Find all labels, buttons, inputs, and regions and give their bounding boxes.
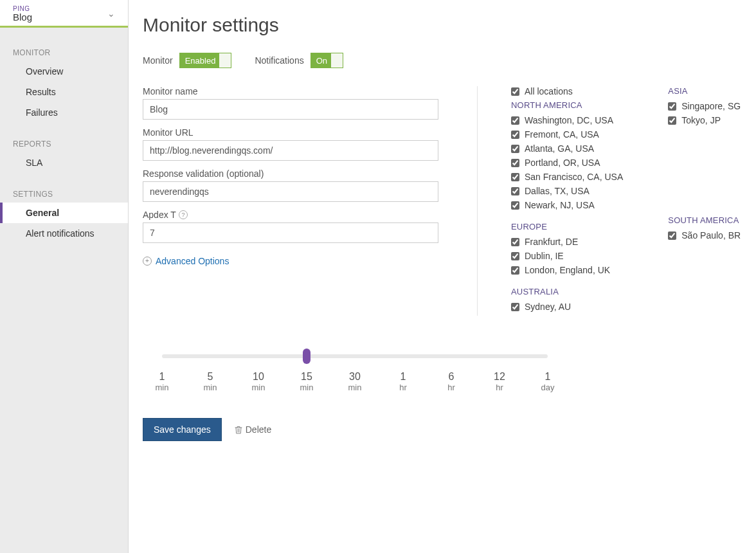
location-row: Dublin, IE	[511, 251, 623, 261]
tick-number: 12	[480, 371, 519, 383]
location-label: Portland, OR, USA	[525, 158, 600, 168]
sidebar-nav: MONITOROverviewResultsFailuresREPORTSSLA…	[0, 28, 128, 244]
region-heading: AUSTRALIA	[511, 287, 623, 296]
location-checkbox[interactable]	[668, 102, 676, 111]
monitor-name-label: Blog	[13, 12, 32, 22]
sidebar-item-sla[interactable]: SLA	[0, 152, 128, 173]
all-locations-label: All locations	[525, 86, 573, 96]
location-label: Newark, NJ, USA	[525, 200, 595, 210]
sidebar-item-failures[interactable]: Failures	[0, 102, 128, 123]
frequency-tick-labels: 1min5min10min15min30min1hr6hr12hr1day	[143, 371, 567, 392]
sidebar: PING Blog ⌄ MONITOROverviewResultsFailur…	[0, 0, 129, 553]
tick-number: 6	[432, 371, 471, 383]
location-checkbox[interactable]	[511, 173, 519, 181]
slider-tick[interactable]: 6hr	[432, 371, 471, 392]
slider-tick[interactable]: 12hr	[480, 371, 519, 392]
monitor-toggle-text: Enabled	[180, 54, 220, 68]
sidebar-item-overview[interactable]: Overview	[0, 61, 128, 82]
form-left: Monitor name Monitor URL Response valida…	[143, 86, 438, 316]
monitor-selector[interactable]: PING Blog ⌄	[0, 0, 128, 28]
frequency-slider-handle[interactable]	[303, 349, 310, 364]
tick-unit: min	[287, 383, 326, 392]
sidebar-item-general[interactable]: General	[0, 203, 128, 223]
monitor-url-input[interactable]	[143, 140, 438, 161]
response-validation-label: Response validation (optional)	[143, 168, 438, 179]
advanced-options-label: Advanced Options	[156, 256, 229, 266]
slider-tick[interactable]: 15min	[287, 371, 326, 392]
response-validation-input[interactable]	[143, 181, 438, 202]
location-checkbox[interactable]	[511, 252, 519, 260]
monitor-name-label: Monitor name	[143, 86, 438, 96]
slider-tick[interactable]: 1hr	[384, 371, 422, 392]
region-heading: ASIA	[668, 86, 741, 96]
slider-tick[interactable]: 1day	[528, 371, 567, 392]
location-row: Singapore, SG	[668, 101, 741, 111]
apdex-t-input[interactable]	[143, 222, 438, 243]
sidebar-item-results[interactable]: Results	[0, 82, 128, 102]
frequency-slider-track[interactable]	[162, 354, 548, 358]
all-locations-checkbox-row: All locations	[511, 86, 623, 96]
location-row: Portland, OR, USA	[511, 158, 623, 168]
monitor-toggle-label: Monitor	[143, 55, 173, 66]
save-button[interactable]: Save changes	[143, 418, 222, 441]
notifications-toggle-label: Notifications	[255, 55, 303, 66]
region-heading: SOUTH AMERICA	[668, 215, 741, 225]
page-title: Monitor settings	[143, 14, 743, 36]
location-checkbox[interactable]	[511, 131, 519, 139]
location-row: São Paulo, BR	[668, 230, 741, 240]
location-row: London, England, UK	[511, 265, 623, 275]
tick-number: 1	[528, 371, 567, 383]
location-checkbox[interactable]	[511, 187, 519, 195]
location-checkbox[interactable]	[511, 201, 519, 210]
location-checkbox[interactable]	[511, 159, 519, 167]
delete-link[interactable]: Delete	[235, 424, 271, 435]
delete-label: Delete	[246, 424, 271, 435]
monitor-url-label: Monitor URL	[143, 127, 438, 138]
slider-tick[interactable]: 1min	[143, 371, 181, 392]
apdex-t-label: Apdex T ?	[143, 210, 438, 220]
tick-unit: min	[143, 383, 181, 392]
location-checkbox[interactable]	[511, 238, 519, 246]
toggle-knob	[331, 53, 343, 68]
slider-tick[interactable]: 30min	[336, 371, 374, 392]
location-label: Singapore, SG	[681, 101, 741, 111]
slider-tick[interactable]: 5min	[191, 371, 230, 392]
region-heading: EUROPE	[511, 222, 623, 231]
location-checkbox[interactable]	[511, 116, 519, 125]
frequency-slider-section: 1min5min10min15min30min1hr6hr12hr1day	[143, 354, 743, 392]
location-checkbox[interactable]	[511, 266, 519, 275]
location-checkbox[interactable]	[511, 145, 519, 153]
location-checkbox[interactable]	[668, 116, 676, 125]
location-label: Sydney, AU	[525, 302, 571, 312]
notifications-toggle-text: On	[311, 54, 331, 68]
location-row: Frankfurt, DE	[511, 237, 623, 247]
toggle-row: Monitor Enabled Notifications On	[143, 53, 743, 68]
tick-unit: hr	[480, 383, 519, 392]
location-checkbox[interactable]	[511, 303, 519, 311]
location-label: San Francisco, CA, USA	[525, 172, 623, 182]
location-row: Atlanta, GA, USA	[511, 143, 623, 154]
monitor-name-input[interactable]	[143, 99, 438, 120]
location-label: Frankfurt, DE	[525, 237, 578, 247]
toggle-knob	[219, 53, 231, 68]
main-content: Monitor settings Monitor Enabled Notific…	[129, 0, 756, 553]
tick-number: 1	[384, 371, 422, 383]
help-icon[interactable]: ?	[179, 210, 188, 219]
plus-circle-icon: +	[143, 257, 152, 266]
slider-tick[interactable]: 10min	[239, 371, 278, 392]
sidebar-item-alert-notifications[interactable]: Alert notifications	[0, 223, 128, 244]
nav-section-title: REPORTS	[0, 136, 128, 152]
actions-row: Save changes Delete	[143, 418, 743, 441]
advanced-options-link[interactable]: + Advanced Options	[143, 256, 229, 266]
tick-number: 5	[191, 371, 230, 383]
tick-unit: min	[239, 383, 278, 392]
location-checkbox[interactable]	[668, 231, 676, 240]
tick-unit: hr	[432, 383, 471, 392]
all-locations-checkbox[interactable]	[511, 87, 519, 96]
location-row: Tokyo, JP	[668, 115, 741, 125]
notifications-on-toggle[interactable]: On	[310, 53, 343, 68]
monitor-enabled-toggle[interactable]: Enabled	[179, 53, 232, 68]
locations-panel: All locationsNORTH AMERICAWashington, DC…	[477, 86, 743, 316]
location-label: Dallas, TX, USA	[525, 186, 590, 196]
location-row: San Francisco, CA, USA	[511, 172, 623, 182]
